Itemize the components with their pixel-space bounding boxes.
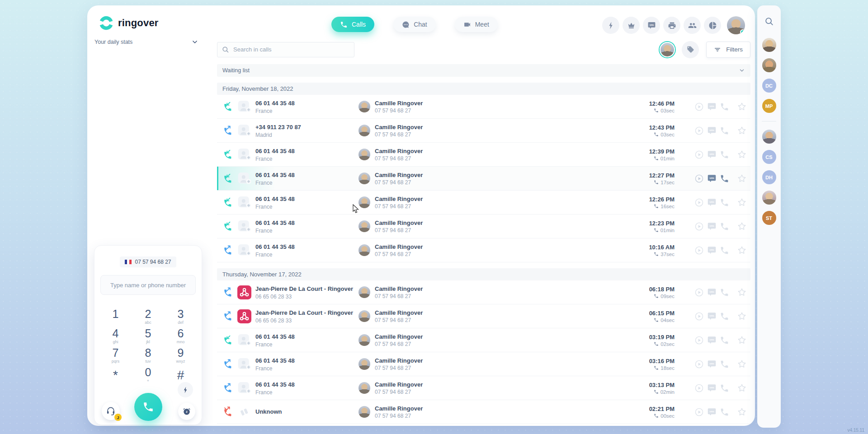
star-button[interactable] [737,359,747,369]
callback-button[interactable] [720,312,729,321]
play-recording-button[interactable] [694,312,704,321]
play-recording-button[interactable] [694,150,704,159]
tags-button[interactable] [682,41,699,58]
callback-button[interactable] [720,174,729,183]
add-contact-icon[interactable] [237,147,251,162]
dialpad-key-4[interactable]: 4ghi [99,328,132,347]
snooze-button[interactable]: z [178,403,195,420]
teammate-avatar[interactable] [762,130,776,144]
play-recording-button[interactable] [694,222,704,231]
dialpad-key-9[interactable]: 9wxyz [165,347,197,367]
sms-button[interactable]: sms [707,174,717,183]
callback-button[interactable] [720,336,729,345]
play-recording-button[interactable] [694,198,704,207]
callback-button[interactable] [720,126,729,135]
sms-button[interactable]: sms [707,336,717,345]
dialpad-key-0[interactable]: 0+ [132,367,165,386]
call-row[interactable]: 06 01 44 35 48 France Camille Ringover 0… [217,376,750,400]
users-icon-button[interactable] [684,17,701,34]
tab-meet[interactable]: Meet [455,17,498,32]
star-button[interactable] [737,383,747,393]
callback-button[interactable] [720,102,729,112]
sms-button[interactable]: sms [707,150,717,159]
star-button[interactable] [737,102,747,112]
dialpad-key-1[interactable]: 1 [99,308,132,328]
star-button[interactable] [737,335,747,345]
call-row[interactable]: 06 01 44 35 48 France Camille Ringover 0… [217,191,750,215]
filters-button[interactable]: Filters [706,42,750,58]
user-avatar[interactable] [727,16,745,34]
agent-avatar[interactable] [359,334,370,346]
dialpad-key-2[interactable]: 2abc [132,308,165,328]
teammate-avatar-dh[interactable]: DH [762,170,776,184]
dialpad-input[interactable] [100,275,196,295]
printer-icon-button[interactable] [663,17,680,34]
app-contact-icon[interactable] [237,309,251,323]
dialpad-key-*[interactable]: * [99,367,132,386]
add-contact-icon[interactable] [237,195,251,210]
sms-button[interactable]: sms [707,359,717,369]
add-contact-icon[interactable] [237,333,251,347]
add-contact-icon[interactable] [237,243,251,257]
agent-avatar[interactable] [359,149,370,160]
call-row[interactable]: 06 01 44 35 48 France Camille Ringover 0… [217,328,750,352]
call-row[interactable]: 06 01 44 35 48 France Camille Ringover 0… [217,352,750,376]
agent-avatar[interactable] [359,244,370,256]
teammate-avatar[interactable] [762,191,776,205]
play-recording-button[interactable] [694,383,704,393]
star-button[interactable] [737,287,747,297]
callback-button[interactable] [720,198,729,207]
agent-avatar[interactable] [359,310,370,322]
tab-calls[interactable]: Calls [331,17,374,32]
call-row[interactable]: 06 01 44 35 48 France Camille Ringover 0… [217,215,750,238]
unknown-contact-icon[interactable] [237,405,251,419]
agent-avatar[interactable] [359,382,370,394]
call-row[interactable]: Unknown Camille Ringover 07 57 94 68 27 … [217,400,750,424]
star-button[interactable] [737,173,747,183]
add-contact-icon[interactable] [237,219,251,233]
play-recording-button[interactable] [694,407,704,417]
lightning-icon-button[interactable] [602,17,619,34]
agent-filter-avatar[interactable] [660,42,675,57]
callback-button[interactable] [720,246,729,255]
dialpad-key-3[interactable]: 3def [165,308,197,328]
teammate-avatar-st[interactable]: ST [762,211,776,225]
agent-avatar[interactable] [359,101,370,112]
call-row[interactable]: 06 01 44 35 48 France Camille Ringover 0… [217,143,750,167]
line-number-chip[interactable]: 07 57 94 68 27 [120,257,176,267]
agent-avatar[interactable] [359,358,370,370]
call-row[interactable]: 06 01 44 35 48 France Camille Ringover 0… [217,95,750,119]
call-row[interactable]: +34 911 23 70 87 Madrid Camille Ringover… [217,119,750,143]
sms-button[interactable]: sms [707,246,717,255]
star-button[interactable] [737,149,747,159]
rail-search-button[interactable] [764,16,774,26]
add-contact-icon[interactable] [237,357,251,371]
call-row[interactable]: Jean-Pierre De La Court - Ringover 06 65… [217,304,750,328]
add-contact-icon[interactable] [237,381,251,395]
headset-button[interactable]: J [102,402,120,420]
teammate-avatar[interactable] [762,38,776,52]
waiting-list-accordion[interactable]: Waiting list [217,64,750,77]
call-row[interactable]: 06 01 44 35 48 France Camille Ringover 0… [217,238,750,262]
sms-button[interactable]: sms [707,198,717,207]
play-recording-button[interactable] [694,174,704,183]
dialpad-key-8[interactable]: 8tuv [132,347,165,367]
play-recording-button[interactable] [694,102,704,112]
dialpad-key-7[interactable]: 7pqrs [99,347,132,367]
add-contact-icon[interactable] [237,99,251,114]
call-row[interactable]: Jean-Pierre De La Court - Ringover 06 65… [217,280,750,304]
callback-button[interactable] [720,150,729,159]
play-recording-button[interactable] [694,336,704,345]
sms-button[interactable]: sms [707,126,717,135]
play-recording-button[interactable] [694,246,704,255]
callback-button[interactable] [720,359,729,369]
agent-avatar[interactable] [359,406,370,418]
callback-button[interactable] [720,222,729,231]
add-contact-icon[interactable] [237,171,251,186]
play-recording-button[interactable] [694,126,704,135]
dialpad-key-5[interactable]: 5jkl [132,328,165,347]
quick-dial-button[interactable] [178,382,193,397]
callback-button[interactable] [720,288,729,297]
agent-avatar[interactable] [359,286,370,298]
star-button[interactable] [737,126,747,135]
